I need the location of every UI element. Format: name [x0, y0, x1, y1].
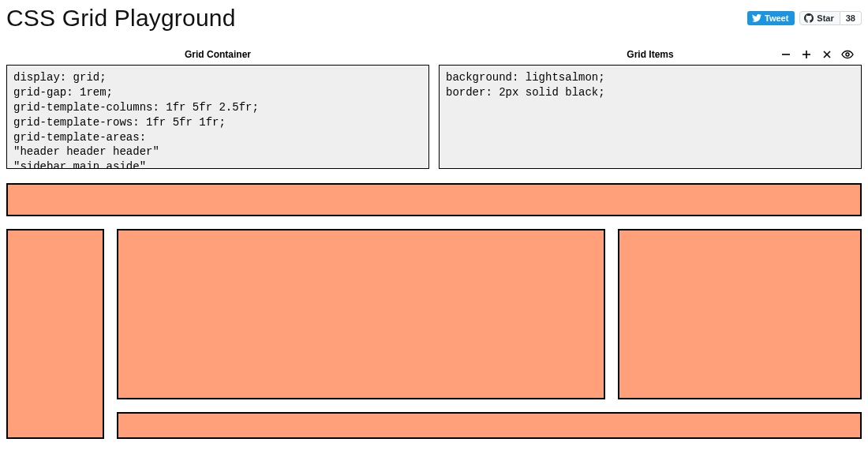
twitter-icon [752, 14, 761, 22]
topbar: CSS Grid Playground Tweet Star 38 [6, 5, 862, 32]
tweet-button-label: Tweet [765, 13, 788, 23]
grid-items-label: Grid Items [627, 49, 673, 60]
github-icon [804, 13, 814, 23]
plus-icon [802, 50, 811, 59]
grid-items-header: Grid Items [439, 47, 862, 62]
remove-item-button[interactable] [780, 48, 792, 61]
grid-container-code[interactable]: display: grid; grid-gap: 1rem; grid-temp… [13, 70, 422, 163]
grid-items-editor: Grid Items backgroun [439, 47, 862, 169]
grid-container-editor: Grid Container display: grid; grid-gap: … [6, 47, 429, 169]
eye-icon [841, 50, 854, 59]
svg-point-5 [846, 53, 849, 56]
grid-cell-footer [117, 412, 862, 439]
add-item-button[interactable] [800, 48, 813, 61]
grid-cell-header [6, 183, 862, 216]
github-star-group: Star 38 [799, 11, 862, 25]
tweet-button[interactable]: Tweet [747, 11, 795, 25]
close-icon [822, 50, 832, 59]
grid-cell-sidebar [6, 229, 104, 439]
grid-items-codebox[interactable]: background: lightsalmon; border: 2px sol… [439, 65, 862, 169]
page-title: CSS Grid Playground [6, 5, 236, 32]
grid-cell-main [117, 229, 605, 399]
github-star-label: Star [817, 13, 833, 23]
top-buttons: Tweet Star 38 [747, 11, 862, 25]
github-star-button[interactable]: Star [799, 11, 840, 25]
grid-preview [6, 183, 862, 439]
grid-container-codebox[interactable]: display: grid; grid-gap: 1rem; grid-temp… [6, 65, 429, 169]
toggle-preview-button[interactable] [841, 48, 854, 61]
grid-items-code[interactable]: background: lightsalmon; border: 2px sol… [446, 70, 855, 163]
grid-cell-aside [618, 229, 862, 399]
clear-items-button[interactable] [821, 48, 833, 61]
grid-items-controls [780, 48, 854, 61]
minus-icon [781, 50, 791, 59]
grid-container-label: Grid Container [185, 49, 251, 60]
grid-container-header: Grid Container [6, 47, 429, 62]
github-star-count[interactable]: 38 [840, 11, 862, 25]
editors-row: Grid Container display: grid; grid-gap: … [6, 47, 862, 169]
